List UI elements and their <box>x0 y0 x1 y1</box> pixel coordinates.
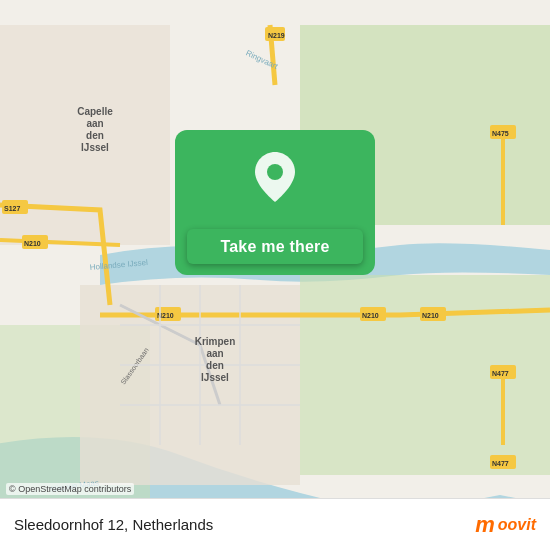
map-container: N219 S127 N475 N210 N210 N477 N477 N210 … <box>0 0 550 550</box>
svg-text:N477: N477 <box>492 460 509 467</box>
svg-text:aan: aan <box>206 348 223 359</box>
take-me-there-button[interactable]: Take me there <box>187 229 363 264</box>
svg-text:N210: N210 <box>362 312 379 319</box>
svg-point-42 <box>267 164 283 180</box>
svg-text:Capelle: Capelle <box>77 106 113 117</box>
svg-text:N210: N210 <box>422 312 439 319</box>
svg-text:aan: aan <box>86 118 103 129</box>
svg-text:IJssel: IJssel <box>201 372 229 383</box>
svg-text:den: den <box>206 360 224 371</box>
map-pin-icon <box>253 150 297 208</box>
svg-text:N210: N210 <box>24 240 41 247</box>
moovit-logo: m oovit <box>475 512 536 538</box>
svg-text:N475: N475 <box>492 130 509 137</box>
cta-label: Take me there <box>220 238 329 256</box>
svg-text:S127: S127 <box>4 205 20 212</box>
svg-text:Krimpen: Krimpen <box>195 336 236 347</box>
moovit-text: oovit <box>498 516 536 534</box>
svg-text:N477: N477 <box>492 370 509 377</box>
moovit-m-letter: m <box>475 512 495 538</box>
svg-text:IJssel: IJssel <box>81 142 109 153</box>
svg-text:N219: N219 <box>268 32 285 39</box>
map-attribution: © OpenStreetMap contributors <box>6 483 134 495</box>
bottom-bar: Sleedoornhof 12, Netherlands m oovit <box>0 498 550 550</box>
map-background: N219 S127 N475 N210 N210 N477 N477 N210 … <box>0 0 550 550</box>
address-label: Sleedoornhof 12, Netherlands <box>14 516 213 533</box>
svg-text:den: den <box>86 130 104 141</box>
